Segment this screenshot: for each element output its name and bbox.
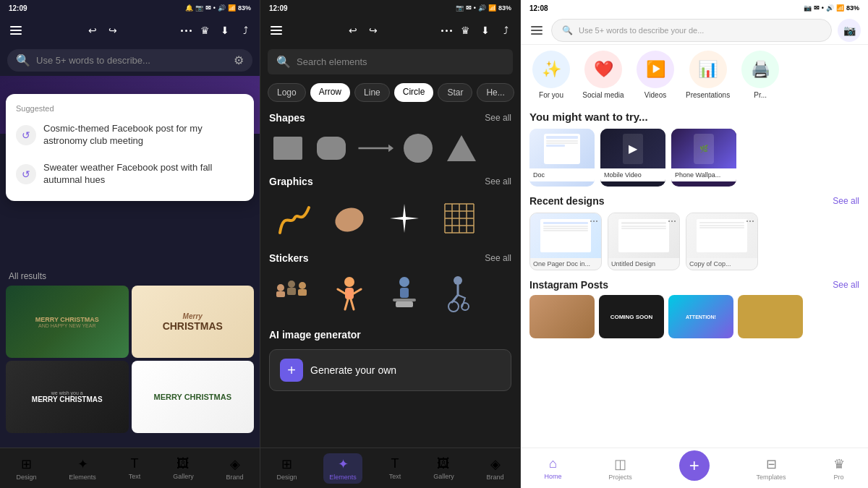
graphic-blob[interactable]: [324, 193, 375, 244]
sticker-people-group[interactable]: [269, 270, 320, 320]
ai-generate-button[interactable]: + Generate your own: [269, 349, 511, 391]
nav-brand-2[interactable]: ◈ Brand: [481, 453, 510, 484]
share-button-1[interactable]: ⤴: [238, 23, 252, 38]
redo-button-1[interactable]: ↪: [106, 23, 120, 38]
crown-button-1[interactable]: ♛: [197, 23, 212, 38]
instagram-see-all[interactable]: See all: [833, 280, 859, 290]
result-card-3[interactable]: we wish you a MERRY CHRISTMAS: [6, 361, 129, 433]
shape-rectangle[interactable]: [269, 129, 307, 167]
filter-tab-arrow[interactable]: Arrow: [310, 83, 350, 102]
shape-triangle[interactable]: [443, 129, 480, 167]
instagram-card-2[interactable]: COMING SOON: [599, 295, 664, 338]
nav-gallery-2[interactable]: 🖼 Gallery: [427, 453, 460, 483]
shapes-see-all[interactable]: See all: [485, 113, 511, 123]
card-1-subtitle: AND HAPPY NEW YEAR: [35, 323, 99, 328]
menu-button-1[interactable]: [7, 23, 25, 38]
redo-button-2[interactable]: ↪: [366, 23, 380, 38]
graphic-grid[interactable]: [434, 193, 485, 244]
recent-card-menu-1[interactable]: ⋯: [590, 216, 598, 226]
template-doc[interactable]: Doc: [529, 129, 595, 187]
result-card-1[interactable]: Merry CHRISTMAS AND HAPPY NEW YEAR: [6, 286, 129, 358]
elements-icon-2: ✦: [338, 456, 349, 472]
nav-text-2[interactable]: T Text: [383, 453, 407, 483]
dropdown-item-2[interactable]: ↺ Sweater weather Facebook post with fal…: [6, 155, 254, 194]
nav-elements-2[interactable]: ✦ Elements: [323, 453, 362, 484]
download-button-1[interactable]: ⬇: [218, 23, 232, 38]
graphic-sparkle[interactable]: [379, 193, 430, 244]
filter-tab-star[interactable]: Star: [438, 83, 472, 102]
template-phone-wallpaper[interactable]: 🌿 Phone Wallpa...: [671, 129, 736, 187]
shape-circle[interactable]: [399, 129, 437, 167]
nav-elements-1[interactable]: ✦ Elements: [63, 453, 102, 484]
more-button-2[interactable]: [441, 30, 452, 32]
graphic-squiggle[interactable]: [269, 193, 320, 244]
recent-card-3[interactable]: ⋯ Copy of Cop...: [686, 213, 758, 270]
more-button-1[interactable]: [181, 30, 192, 32]
recent-card-1[interactable]: ⋯ One Pager Doc in...: [529, 213, 602, 270]
sticker-person-desk[interactable]: [379, 270, 430, 320]
instagram-card-4[interactable]: [738, 295, 803, 338]
toolbar-1: ↩ ↪ ♛ ⬇ ⤴: [0, 16, 260, 45]
download-button-2[interactable]: ⬇: [478, 23, 493, 38]
menu-line-3: [531, 26, 542, 27]
search-bar-1[interactable]: 🔍 Use 5+ words to describe... ⚙: [7, 49, 252, 72]
design-icon-2: ⊞: [281, 456, 292, 472]
p3-add-button[interactable]: +: [679, 450, 710, 481]
category-presentations[interactable]: 📊 Presentations: [686, 51, 730, 99]
instagram-card-1[interactable]: [529, 295, 595, 338]
filter-tab-logo[interactable]: Logo: [268, 83, 306, 102]
undo-button-1[interactable]: ↩: [85, 23, 100, 38]
category-print[interactable]: 🖨️ Pr...: [739, 51, 782, 99]
graphics-see-all[interactable]: See all: [485, 176, 511, 187]
print-icon: 🖨️: [741, 51, 779, 88]
sticker-person-dance[interactable]: [324, 270, 375, 320]
shape-arrow-line[interactable]: [356, 129, 393, 167]
template-mobile-video[interactable]: ▶ Mobile Video: [600, 129, 665, 187]
undo-button-2[interactable]: ↩: [346, 23, 360, 38]
menu-line-3: [531, 33, 542, 35]
nav-design-1[interactable]: ⊞ Design: [10, 453, 42, 484]
recent-card-menu-2[interactable]: ⋯: [668, 216, 676, 226]
result-card-2[interactable]: Merry CHRISTMAS: [132, 286, 255, 358]
share-button-2[interactable]: ⤴: [498, 23, 513, 38]
filter-tab-line[interactable]: Line: [354, 83, 390, 102]
video-thumbnail: ▶: [600, 129, 665, 168]
p3-nav-templates[interactable]: ⊟ Templates: [757, 456, 786, 481]
recent-label-3: Copy of Cop...: [686, 258, 757, 270]
dropdown-item-text-2: Sweater weather Facebook post with fall …: [43, 162, 244, 187]
menu-button-3[interactable]: [528, 23, 545, 38]
recent-card-menu-3[interactable]: ⋯: [746, 216, 754, 226]
category-for-you[interactable]: ✨ For you: [529, 51, 573, 99]
p3-nav-projects[interactable]: ◫ Projects: [608, 456, 632, 481]
shape-rounded-rect[interactable]: [312, 129, 350, 167]
sticker-person-wheelchair[interactable]: [434, 270, 485, 320]
p3-nav-home[interactable]: ⌂ Home: [544, 456, 561, 480]
search-bar-2[interactable]: 🔍 Search elements: [268, 49, 513, 74]
search-bar-3[interactable]: 🔍 Use 5+ words to describe your de...: [551, 19, 832, 42]
recent-see-all[interactable]: See all: [833, 196, 859, 206]
stickers-see-all[interactable]: See all: [485, 253, 511, 263]
nav-design-2[interactable]: ⊞ Design: [271, 453, 302, 484]
category-videos[interactable]: ▶️ Videos: [634, 51, 677, 99]
camera-icon-3[interactable]: 📷: [838, 19, 861, 42]
nav-brand-1[interactable]: ◈ Brand: [221, 453, 250, 484]
brand-label-2: Brand: [487, 474, 504, 481]
p3-nav-pro[interactable]: ♛ Pro: [833, 456, 845, 481]
crown-button-2[interactable]: ♛: [458, 23, 472, 38]
result-card-4[interactable]: Merry Christmas: [132, 361, 255, 433]
category-social-media[interactable]: ❤️ Social media: [582, 51, 625, 99]
instagram-card-3[interactable]: ATTENTION!: [668, 295, 733, 338]
toolbar-right-2: ♛ ⬇ ⤴: [441, 23, 513, 38]
dropdown-item-1[interactable]: ↺ Cosmic-themed Facebook post for my ast…: [6, 116, 254, 155]
graphics-row: [260, 190, 520, 247]
nav-text-1[interactable]: T Text: [123, 453, 147, 483]
svg-point-4: [404, 134, 433, 163]
filter-tab-more[interactable]: He...: [477, 83, 514, 102]
attention-text: ATTENTION!: [686, 314, 716, 320]
filter-icon-1[interactable]: ⚙: [234, 53, 244, 67]
menu-button-2[interactable]: [268, 23, 285, 38]
filter-tab-circle[interactable]: Circle: [394, 83, 434, 102]
social-media-label: Social media: [582, 91, 624, 99]
nav-gallery-1[interactable]: 🖼 Gallery: [167, 453, 200, 483]
recent-card-2[interactable]: ⋯ Untitled Design: [608, 213, 680, 270]
